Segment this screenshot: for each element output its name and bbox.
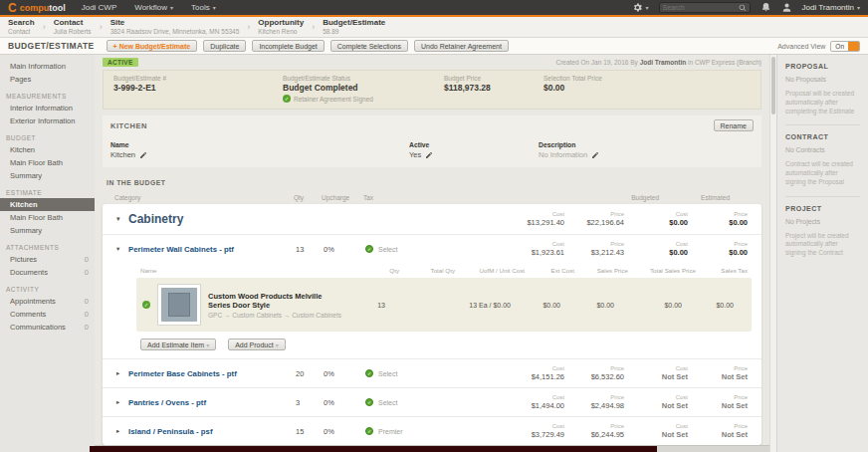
category-name-link[interactable]: Perimeter Base Cabinets - ptf xyxy=(128,369,296,378)
scrollbar-thumb[interactable] xyxy=(771,57,775,114)
col-category: Category xyxy=(114,194,294,201)
field-description: Description No Information xyxy=(539,141,754,159)
price-label: Price xyxy=(574,211,624,217)
sidebar-item-main-information[interactable]: Main Information xyxy=(0,60,95,73)
budgeted-price: $6,244.95 xyxy=(574,430,624,439)
rename-button[interactable]: Rename xyxy=(714,119,754,131)
edit-pencil-icon[interactable] xyxy=(591,151,599,159)
user-avatar-icon[interactable] xyxy=(781,2,792,13)
product-total-sales-price: $0.00 xyxy=(620,302,682,309)
budgeted-price: $2,494.98 xyxy=(574,401,624,410)
notifications-bell-icon[interactable] xyxy=(760,2,771,13)
product-thumbnail[interactable] xyxy=(157,284,201,326)
expand-caret-icon[interactable]: ▸ xyxy=(116,369,128,377)
bottom-video-artifact-bar xyxy=(90,446,657,452)
crumb-title: Opportunity xyxy=(258,19,304,28)
sidebar-item-estimate-main-floor-bath[interactable]: Main Floor Bath xyxy=(0,211,95,224)
field-label: Active xyxy=(409,141,539,148)
created-suffix: in CWP Express (Branch) xyxy=(688,59,761,66)
app-logo[interactable]: C computool xyxy=(8,2,66,14)
incomplete-budget-button[interactable]: Incomplete Budget xyxy=(252,40,324,52)
product-sales-price: $0.00 xyxy=(566,302,614,309)
nav-tools-menu[interactable]: Tools▾ xyxy=(191,3,216,12)
category-status: Select xyxy=(378,370,430,377)
sidebar-item-pages[interactable]: Pages xyxy=(0,73,95,86)
caret-down-icon: ▾ xyxy=(206,342,209,348)
vertical-scrollbar[interactable] xyxy=(769,55,776,452)
sidebar-item-budget-main-floor-bath[interactable]: Main Floor Bath xyxy=(0,156,95,169)
sidebar-item-exterior-information[interactable]: Exterior Information xyxy=(0,114,95,127)
estimated-cost: Not Set xyxy=(638,401,688,410)
nav-workspace[interactable]: Jodi CWP xyxy=(82,3,117,12)
undo-retainer-agreement-button[interactable]: Undo Retainer Agreement xyxy=(414,40,509,52)
col-qty: Qty xyxy=(294,194,322,201)
breadcrumb-budget-estimate[interactable]: Budget/Estimate 58.89 xyxy=(323,19,385,35)
sidebar-item-interior-information[interactable]: Interior Information xyxy=(0,102,95,114)
add-product-button[interactable]: Add Product ▾ xyxy=(228,339,286,350)
created-by-link[interactable]: Jodi Tramontin xyxy=(640,59,687,66)
category-upcharge: 0% xyxy=(324,245,365,254)
collapse-caret-icon[interactable]: ▾ xyxy=(116,215,128,223)
item-count: 0 xyxy=(85,310,89,319)
collapse-caret-icon[interactable]: ▾ xyxy=(116,245,128,253)
field-value: Kitchen xyxy=(110,150,135,159)
complete-selections-button[interactable]: Complete Selections xyxy=(330,40,408,52)
category-row-perimeter-base-cabinets[interactable]: ▸ Perimeter Base Cabinets - ptf 20 0% ✓ … xyxy=(103,358,761,387)
sidebar-item-budget-kitchen[interactable]: Kitchen xyxy=(0,143,95,156)
created-info: Created On Jan 19, 2016 By Jodi Tramonti… xyxy=(555,59,761,66)
expand-caret-icon[interactable]: ▸ xyxy=(116,398,128,406)
selected-check-icon: ✓ xyxy=(142,301,150,309)
add-estimate-item-button[interactable]: Add Estimate Item ▾ xyxy=(140,339,216,350)
duplicate-button[interactable]: Duplicate xyxy=(203,40,246,52)
advanced-view-toggle[interactable]: On xyxy=(830,41,860,52)
user-menu[interactable]: Jodi Tramontin▾ xyxy=(802,3,860,12)
cost-label: Cost xyxy=(638,423,688,429)
category-upcharge: 0% xyxy=(324,369,365,378)
breadcrumb-contact[interactable]: Contact Julia Roberts xyxy=(54,19,92,35)
col-sales-price: Sales Price xyxy=(580,267,628,274)
sidebar-item-budget-summary[interactable]: Summary xyxy=(0,169,95,182)
group-row-cabinetry[interactable]: ▾ Cabinetry Cost$13,291.40 Price$22,196.… xyxy=(103,204,761,234)
new-budget-estimate-button[interactable]: + New Budget/Estimate xyxy=(107,40,198,52)
category-name-link[interactable]: Pantries / Ovens - ptf xyxy=(128,398,296,407)
sidebar-item-documents[interactable]: Documents0 xyxy=(0,266,95,279)
field-label: Name xyxy=(110,141,409,148)
category-row-island-peninsula[interactable]: ▸ Island / Peninsula - psf 15 0% ✓ Premi… xyxy=(103,416,761,445)
sidebar-item-estimate-summary[interactable]: Summary xyxy=(0,224,95,237)
panel-title: PROPOSAL xyxy=(785,63,860,70)
breadcrumb-search[interactable]: Search Contact xyxy=(8,19,35,35)
sidebar-item-communications[interactable]: Communications0 xyxy=(0,321,95,334)
breadcrumb-opportunity[interactable]: Opportunity Kitchen Reno xyxy=(258,19,304,35)
gear-icon xyxy=(632,2,643,13)
category-name-link[interactable]: Island / Peninsula - psf xyxy=(128,427,296,436)
nav-workflow-menu[interactable]: Workflow▾ xyxy=(134,3,173,12)
breadcrumb-site[interactable]: Site 3824 Raadsov Drive, Minnetonka, MN … xyxy=(110,19,240,35)
category-row-pantries-ovens[interactable]: ▸ Pantries / Ovens - ptf 3 0% ✓ Select C… xyxy=(103,387,761,416)
category-qty: 13 xyxy=(296,245,324,254)
price-label: Price xyxy=(574,241,624,247)
sidebar-section-budget: BUDGET xyxy=(0,127,95,143)
sidebar-item-comments[interactable]: Comments0 xyxy=(0,308,95,321)
sidebar-item-pictures[interactable]: Pictures0 xyxy=(0,253,95,266)
price-label: Price xyxy=(574,365,624,371)
category-row-perimeter-wall-cabinets[interactable]: ▾ Perimeter Wall Cabinets - ptf 13 0% ✓ … xyxy=(103,234,761,263)
expand-caret-icon[interactable]: ▸ xyxy=(116,427,128,435)
item-count: 0 xyxy=(85,297,89,306)
col-total-qty: Total Qty xyxy=(405,267,455,274)
product-row[interactable]: ✓ Custom Wood Products Melville Series D… xyxy=(136,278,752,332)
sidebar-item-appointments[interactable]: Appointments0 xyxy=(0,295,95,308)
advanced-view-label: Advanced View xyxy=(777,43,825,50)
settings-menu[interactable]: ▾ xyxy=(632,2,649,13)
search-input[interactable] xyxy=(663,4,739,11)
sidebar-item-estimate-kitchen[interactable]: Kitchen xyxy=(0,198,95,211)
edit-pencil-icon[interactable] xyxy=(425,151,433,159)
group-name-link[interactable]: Cabinetry xyxy=(128,212,183,226)
edit-pencil-icon[interactable] xyxy=(139,151,147,159)
product-name[interactable]: Custom Wood Products Melville Series Doo… xyxy=(208,292,345,310)
price-label: Price xyxy=(698,423,748,429)
sidebar-item-label: Pages xyxy=(10,75,31,84)
category-name-link[interactable]: Perimeter Wall Cabinets - ptf xyxy=(128,245,296,254)
search-icon[interactable] xyxy=(739,4,747,12)
logo-text-1: compu xyxy=(20,3,50,13)
field-name: Name Kitchen xyxy=(110,141,409,159)
